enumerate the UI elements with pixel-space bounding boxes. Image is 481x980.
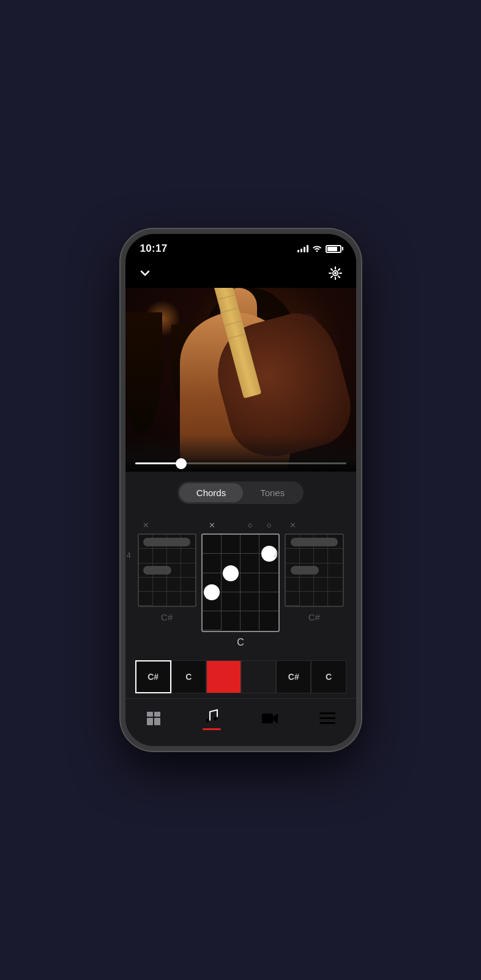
timeline-cell-1[interactable]: C — [171, 660, 206, 693]
timeline-cell-3[interactable] — [241, 660, 276, 693]
video-container[interactable] — [125, 288, 356, 472]
battery-icon — [326, 245, 341, 253]
chord-grid-wrapper-left: 4 — [138, 533, 196, 607]
chord-label-right: C# — [308, 612, 320, 622]
fret-number-right: 4 — [274, 551, 278, 560]
phone-inner: 10:17 — [125, 234, 356, 746]
chord-card-left: ✕ 4 — [138, 519, 196, 622]
nav-item-chords-list[interactable] — [135, 707, 172, 729]
timeline-cell-4[interactable]: C# — [276, 660, 311, 693]
chord-label-center: C — [237, 637, 244, 648]
svg-point-0 — [334, 272, 337, 274]
tabs-section: Chords Tones — [125, 472, 356, 509]
chord-timeline: C# C C# C — [135, 660, 346, 693]
chevron-down-icon[interactable] — [138, 266, 152, 281]
svg-rect-2 — [147, 712, 153, 717]
chord-diagrams: ✕ 4 — [135, 519, 346, 648]
progress-track[interactable] — [135, 462, 346, 464]
nav-active-indicator — [203, 728, 221, 730]
chord-section: ✕ 4 — [125, 509, 356, 698]
chord-grid-wrapper-center — [201, 533, 280, 632]
progress-bar-container — [125, 458, 356, 472]
timeline-cell-0[interactable]: C# — [135, 660, 171, 693]
phone-frame: 10:17 — [121, 229, 361, 751]
timeline-strip: C# C C# C — [135, 660, 346, 693]
music-icon — [203, 707, 220, 725]
bookmark-icon[interactable] — [300, 265, 317, 282]
svg-rect-7 — [319, 712, 335, 714]
chord-label-left: C# — [161, 612, 173, 622]
status-icons — [297, 244, 341, 254]
string-indicators-left: ✕ — [138, 519, 196, 531]
nav-item-music[interactable] — [193, 705, 231, 733]
app-header — [125, 260, 356, 288]
settings-icon[interactable] — [327, 265, 344, 282]
tab-tones[interactable]: Tones — [243, 483, 302, 502]
status-bar: 10:17 — [125, 234, 356, 260]
svg-rect-6 — [262, 714, 273, 723]
chord-grid-left — [138, 533, 196, 607]
svg-rect-9 — [319, 722, 335, 724]
bottom-nav — [125, 698, 356, 747]
wifi-icon — [312, 244, 322, 254]
svg-rect-5 — [154, 718, 160, 725]
nav-item-video[interactable] — [252, 707, 288, 729]
string-indicators-right: ✕ — [285, 519, 343, 531]
video-bg — [125, 288, 356, 472]
grid-icon — [145, 710, 162, 727]
signal-icon — [297, 245, 308, 252]
svg-rect-8 — [319, 717, 335, 719]
tabs-container: Chords Tones — [177, 481, 304, 504]
svg-rect-3 — [154, 712, 160, 717]
chord-card-center: ✕ ○ ○ — [201, 519, 280, 648]
chord-grid-wrapper-right: 4 — [285, 533, 343, 607]
progress-fill — [135, 462, 182, 464]
chord-card-right: ✕ 4 — [285, 519, 343, 622]
guitar-scene — [125, 288, 356, 472]
nav-item-menu[interactable] — [309, 707, 346, 729]
svg-rect-4 — [147, 718, 153, 725]
menu-icon — [319, 710, 336, 727]
fret-number-left: 4 — [127, 551, 131, 560]
timeline-cell-5[interactable]: C — [311, 660, 346, 693]
chord-grid-right — [285, 533, 343, 607]
status-time: 10:17 — [140, 243, 168, 255]
string-indicators-center: ✕ ○ ○ — [201, 519, 280, 531]
chord-grid-center — [201, 533, 280, 632]
tab-chords[interactable]: Chords — [179, 483, 243, 502]
progress-thumb — [176, 458, 187, 469]
camera-icon — [261, 710, 278, 727]
timeline-cell-2[interactable] — [206, 660, 241, 693]
